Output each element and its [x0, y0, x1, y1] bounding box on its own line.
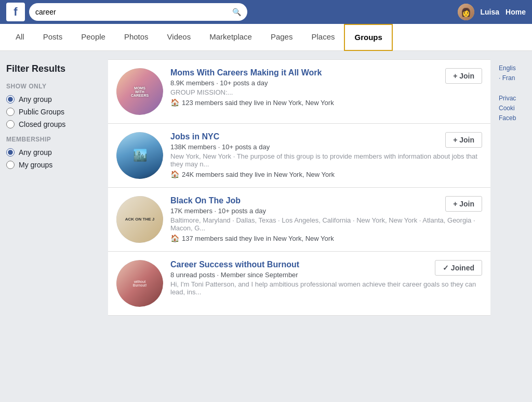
- cookies-link[interactable]: Cooki: [499, 103, 528, 113]
- show-only-label: SHOW ONLY: [6, 83, 98, 90]
- privacy-link[interactable]: Privac: [499, 94, 528, 103]
- group-meta-nyc: 138K members · 10+ posts a day: [170, 143, 482, 151]
- tab-all[interactable]: All: [6, 24, 34, 51]
- search-bar: 🔍: [29, 3, 247, 21]
- username-label[interactable]: Luisa: [481, 8, 500, 16]
- join-button-nyc[interactable]: + Join: [445, 132, 482, 148]
- group-image-black: ACK ON THE J: [116, 196, 163, 243]
- tab-posts[interactable]: Posts: [34, 24, 72, 51]
- right-sidebar: Englis · Fran Privac Cooki Faceb: [495, 59, 532, 316]
- nav-tabs: All Posts People Photos Videos Marketpla…: [0, 24, 532, 51]
- avatar[interactable]: 👩: [458, 4, 474, 20]
- group-description-moms: GROUP MISSION:...: [170, 88, 482, 96]
- radio-closed-groups-label: Closed groups: [19, 120, 65, 128]
- group-card-black: ACK ON THE J Black On The Job 17K member…: [108, 188, 490, 252]
- group-image-moms: MOMSWITHCAREERS: [116, 68, 163, 115]
- group-description-nyc: New York, New York · The purpose of this…: [170, 152, 482, 168]
- group-image-career: withoutBurnout!: [116, 260, 163, 307]
- language-french[interactable]: · Fran: [499, 73, 528, 83]
- group-info-black: Black On The Job 17K members · 10+ posts…: [170, 196, 482, 242]
- filter-public-groups[interactable]: Public Groups: [6, 108, 98, 116]
- group-info-moms: Moms With Careers Making it All Work 8.9…: [170, 68, 482, 107]
- group-description-career: Hi, I'm Toni Patterson, and I help ambit…: [170, 280, 482, 296]
- radio-closed-groups[interactable]: [6, 120, 15, 128]
- group-location-black: 🏠 137 members said they live in New York…: [170, 234, 482, 242]
- joined-button-career[interactable]: ✓ Joined: [435, 260, 482, 276]
- group-name-black[interactable]: Black On The Job: [170, 196, 482, 205]
- radio-any-group-show-label: Any group: [19, 95, 52, 103]
- house-icon-moms: 🏠: [170, 98, 179, 107]
- radio-my-groups[interactable]: [6, 161, 15, 169]
- facebook-link[interactable]: Faceb: [499, 113, 528, 123]
- tab-places[interactable]: Places: [302, 24, 344, 51]
- radio-public-groups-label: Public Groups: [19, 108, 64, 116]
- facebook-logo[interactable]: f: [6, 3, 25, 21]
- house-icon-black: 🏠: [170, 234, 179, 242]
- group-location-nyc: 🏠 24K members said they live in New York…: [170, 170, 482, 178]
- filter-sidebar: Filter Results SHOW ONLY Any group Publi…: [0, 59, 104, 316]
- tab-videos[interactable]: Videos: [158, 24, 201, 51]
- group-card-moms: MOMSWITHCAREERS Moms With Careers Making…: [108, 59, 490, 124]
- group-image-nyc: 🏙️: [116, 132, 163, 179]
- radio-any-group-membership-label: Any group: [19, 148, 52, 157]
- filter-any-group-membership[interactable]: Any group: [6, 148, 98, 157]
- filter-my-groups[interactable]: My groups: [6, 161, 98, 169]
- search-icon[interactable]: 🔍: [232, 8, 241, 16]
- group-card-career: withoutBurnout! Career Success without B…: [108, 252, 490, 316]
- group-info-nyc: Jobs in NYC 138K members · 10+ posts a d…: [170, 132, 482, 178]
- search-results: MOMSWITHCAREERS Moms With Careers Making…: [104, 59, 495, 316]
- filter-closed-groups[interactable]: Closed groups: [6, 120, 98, 128]
- radio-my-groups-label: My groups: [19, 161, 52, 169]
- filter-any-group-show[interactable]: Any group: [6, 95, 98, 103]
- header-right: 👩 Luisa Home: [458, 4, 526, 20]
- radio-any-group-membership[interactable]: [6, 148, 15, 157]
- filter-title: Filter Results: [6, 63, 98, 74]
- group-name-moms[interactable]: Moms With Careers Making it All Work: [170, 68, 482, 77]
- group-location-moms: 🏠 123 members said they live in New York…: [170, 98, 482, 107]
- group-thumb-nyc: 🏙️: [116, 132, 163, 179]
- membership-label: MEMBERSHIP: [6, 136, 98, 143]
- main-content: Filter Results SHOW ONLY Any group Publi…: [0, 51, 532, 316]
- join-button-moms[interactable]: + Join: [445, 68, 482, 84]
- tab-groups[interactable]: Groups: [344, 24, 392, 51]
- radio-public-groups[interactable]: [6, 108, 15, 116]
- language-english[interactable]: Englis: [499, 63, 528, 73]
- house-icon-nyc: 🏠: [170, 170, 179, 178]
- group-thumb-black: ACK ON THE J: [116, 196, 163, 243]
- join-button-black[interactable]: + Join: [445, 196, 482, 212]
- group-thumb-career: withoutBurnout!: [116, 260, 163, 307]
- tab-marketplace[interactable]: Marketplace: [200, 24, 261, 51]
- group-thumb-moms: MOMSWITHCAREERS: [116, 68, 163, 115]
- tab-pages[interactable]: Pages: [261, 24, 302, 51]
- group-name-nyc[interactable]: Jobs in NYC: [170, 132, 482, 141]
- group-description-black: Baltimore, Maryland · Dallas, Texas · Lo…: [170, 216, 482, 232]
- search-input[interactable]: [35, 8, 228, 16]
- group-meta-moms: 8.9K members · 10+ posts a day: [170, 79, 482, 87]
- group-card-nyc: 🏙️ Jobs in NYC 138K members · 10+ posts …: [108, 124, 490, 188]
- tab-photos[interactable]: Photos: [115, 24, 158, 51]
- header: f 🔍 👩 Luisa Home: [0, 0, 532, 24]
- home-link[interactable]: Home: [506, 8, 526, 16]
- tab-people[interactable]: People: [72, 24, 115, 51]
- group-meta-black: 17K members · 10+ posts a day: [170, 207, 482, 215]
- radio-any-group-show[interactable]: [6, 95, 15, 103]
